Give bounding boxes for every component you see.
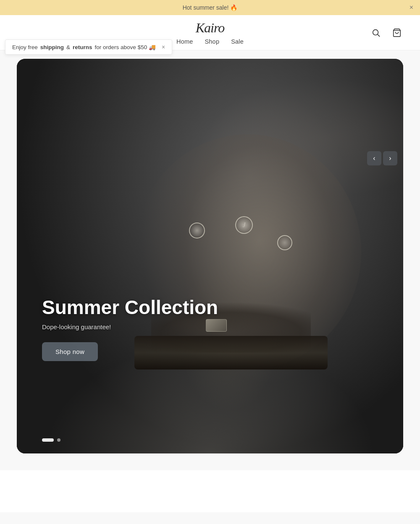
shipping-text-mid: & [66,44,70,50]
shipping-text-after: for orders above $50 🚚 [95,44,156,50]
header-center: Kairo Home Shop Sale [176,20,244,45]
cart-button[interactable] [391,26,403,39]
shipping-bold-2: returns [73,44,92,50]
announcement-text: Hot summer sale! 🔥 [183,4,238,11]
ring-3-decoration [277,235,292,250]
hero-section: J ‹ › Summer Collection Dope-looking gua… [0,50,420,470]
page-bottom [0,470,420,512]
ring-letter: J [242,221,245,229]
hero-subtitle: Dope-looking guarantee! [42,323,218,330]
hero-image-area: J ‹ › Summer Collection Dope-looking gua… [17,59,403,453]
shipping-text-before: Enjoy free [12,44,38,50]
search-button[interactable] [370,26,382,39]
shipping-banner-close-button[interactable]: × [162,44,165,50]
hero-content: Summer Collection Dope-looking guarantee… [42,297,218,361]
announcement-bar: Hot summer sale! 🔥 × [0,0,420,15]
announcement-close-button[interactable]: × [410,4,413,11]
shipping-banner: Enjoy free shipping & returns for orders… [5,39,172,55]
hero-prev-button[interactable]: ‹ [367,151,381,165]
header-right [353,26,403,39]
nav-sale[interactable]: Sale [231,38,244,45]
svg-point-0 [373,29,378,35]
slide-dot-2[interactable] [57,438,60,442]
svg-line-1 [378,34,380,37]
slide-dot-1[interactable] [42,438,54,442]
shipping-bold-1: shipping [40,44,64,50]
shop-now-button[interactable]: Shop now [42,342,98,361]
main-nav: Home Shop Sale [176,38,244,45]
ring-2-decoration: J [235,216,253,234]
slide-dots [42,438,60,442]
hero-title: Summer Collection [42,297,218,318]
site-logo[interactable]: Kairo [196,20,225,36]
search-icon [371,28,381,37]
nav-home[interactable]: Home [176,38,193,45]
cart-icon [392,28,402,37]
nav-shop[interactable]: Shop [205,38,219,45]
hero-next-button[interactable]: › [383,151,397,165]
ring-1-decoration [189,223,205,238]
